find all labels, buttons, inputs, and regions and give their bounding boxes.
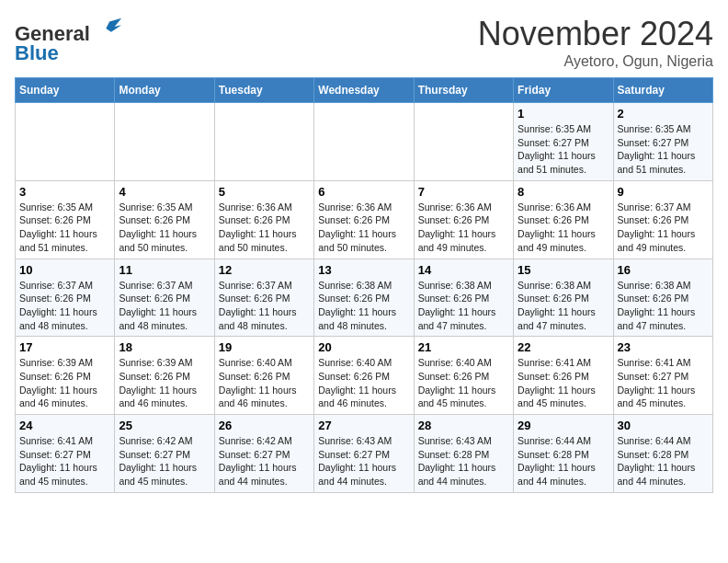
day-info: Sunrise: 6:38 AM Sunset: 6:26 PM Dayligh… bbox=[618, 279, 709, 333]
calendar-cell bbox=[314, 103, 414, 181]
day-number: 27 bbox=[318, 419, 409, 432]
calendar-cell: 3Sunrise: 6:35 AM Sunset: 6:26 PM Daylig… bbox=[16, 180, 115, 259]
day-info: Sunrise: 6:44 AM Sunset: 6:28 PM Dayligh… bbox=[518, 434, 609, 488]
calendar-cell: 6Sunrise: 6:36 AM Sunset: 6:26 PM Daylig… bbox=[314, 180, 414, 259]
calendar-cell: 29Sunrise: 6:44 AM Sunset: 6:28 PM Dayli… bbox=[514, 415, 613, 493]
day-info: Sunrise: 6:35 AM Sunset: 6:27 PM Dayligh… bbox=[518, 122, 609, 177]
day-info: Sunrise: 6:35 AM Sunset: 6:26 PM Dayligh… bbox=[19, 201, 110, 255]
day-number: 7 bbox=[418, 185, 509, 199]
day-number: 6 bbox=[318, 185, 409, 199]
day-number: 28 bbox=[418, 419, 509, 432]
calendar-cell: 27Sunrise: 6:43 AM Sunset: 6:27 PM Dayli… bbox=[314, 415, 414, 493]
day-number: 11 bbox=[119, 263, 210, 277]
day-info: Sunrise: 6:39 AM Sunset: 6:26 PM Dayligh… bbox=[119, 356, 210, 410]
calendar-week-row: 10Sunrise: 6:37 AM Sunset: 6:26 PM Dayli… bbox=[16, 259, 713, 337]
day-info: Sunrise: 6:37 AM Sunset: 6:26 PM Dayligh… bbox=[19, 279, 110, 333]
day-number: 17 bbox=[19, 340, 110, 354]
calendar-week-row: 1Sunrise: 6:35 AM Sunset: 6:27 PM Daylig… bbox=[16, 103, 713, 181]
calendar-cell: 19Sunrise: 6:40 AM Sunset: 6:26 PM Dayli… bbox=[214, 337, 313, 415]
day-info: Sunrise: 6:41 AM Sunset: 6:26 PM Dayligh… bbox=[518, 356, 609, 410]
calendar-cell: 9Sunrise: 6:37 AM Sunset: 6:26 PM Daylig… bbox=[613, 180, 712, 259]
day-info: Sunrise: 6:37 AM Sunset: 6:26 PM Dayligh… bbox=[119, 279, 210, 333]
calendar-cell: 22Sunrise: 6:41 AM Sunset: 6:26 PM Dayli… bbox=[514, 337, 613, 415]
day-info: Sunrise: 6:35 AM Sunset: 6:26 PM Dayligh… bbox=[119, 201, 210, 255]
day-number: 24 bbox=[19, 419, 110, 432]
day-number: 4 bbox=[119, 185, 210, 199]
day-info: Sunrise: 6:35 AM Sunset: 6:27 PM Dayligh… bbox=[618, 122, 709, 177]
calendar-cell: 10Sunrise: 6:37 AM Sunset: 6:26 PM Dayli… bbox=[16, 259, 115, 337]
day-info: Sunrise: 6:36 AM Sunset: 6:26 PM Dayligh… bbox=[418, 201, 509, 255]
day-number: 9 bbox=[618, 185, 709, 199]
day-info: Sunrise: 6:37 AM Sunset: 6:26 PM Dayligh… bbox=[219, 279, 310, 333]
weekday-header: Monday bbox=[115, 78, 214, 103]
calendar-cell bbox=[115, 103, 214, 181]
calendar-cell: 23Sunrise: 6:41 AM Sunset: 6:27 PM Dayli… bbox=[613, 337, 712, 415]
weekday-header: Tuesday bbox=[214, 78, 313, 103]
svg-marker-0 bbox=[106, 18, 121, 32]
calendar-cell: 30Sunrise: 6:44 AM Sunset: 6:28 PM Dayli… bbox=[613, 415, 712, 493]
calendar-table: SundayMondayTuesdayWednesdayThursdayFrid… bbox=[15, 77, 713, 493]
day-number: 12 bbox=[219, 263, 310, 277]
calendar-cell: 16Sunrise: 6:38 AM Sunset: 6:26 PM Dayli… bbox=[613, 259, 712, 337]
day-info: Sunrise: 6:43 AM Sunset: 6:28 PM Dayligh… bbox=[418, 434, 509, 488]
day-number: 23 bbox=[618, 340, 709, 354]
day-number: 26 bbox=[219, 419, 310, 432]
day-info: Sunrise: 6:39 AM Sunset: 6:26 PM Dayligh… bbox=[19, 356, 110, 410]
day-info: Sunrise: 6:44 AM Sunset: 6:28 PM Dayligh… bbox=[618, 434, 709, 488]
day-info: Sunrise: 6:38 AM Sunset: 6:26 PM Dayligh… bbox=[418, 279, 509, 333]
day-info: Sunrise: 6:36 AM Sunset: 6:26 PM Dayligh… bbox=[518, 201, 609, 255]
day-number: 29 bbox=[518, 419, 609, 432]
calendar-cell bbox=[16, 103, 115, 181]
calendar-cell: 15Sunrise: 6:38 AM Sunset: 6:26 PM Dayli… bbox=[514, 259, 613, 337]
day-info: Sunrise: 6:38 AM Sunset: 6:26 PM Dayligh… bbox=[318, 279, 409, 333]
weekday-header: Wednesday bbox=[314, 78, 414, 103]
calendar-cell: 26Sunrise: 6:42 AM Sunset: 6:27 PM Dayli… bbox=[214, 415, 313, 493]
day-info: Sunrise: 6:36 AM Sunset: 6:26 PM Dayligh… bbox=[219, 201, 310, 255]
day-number: 20 bbox=[318, 340, 409, 354]
calendar-cell: 7Sunrise: 6:36 AM Sunset: 6:26 PM Daylig… bbox=[414, 180, 513, 259]
calendar-cell: 28Sunrise: 6:43 AM Sunset: 6:28 PM Dayli… bbox=[414, 415, 513, 493]
calendar-cell: 21Sunrise: 6:40 AM Sunset: 6:26 PM Dayli… bbox=[414, 337, 513, 415]
day-number: 14 bbox=[418, 263, 509, 277]
day-info: Sunrise: 6:40 AM Sunset: 6:26 PM Dayligh… bbox=[318, 356, 409, 410]
logo: General Blue bbox=[15, 15, 123, 65]
calendar-cell bbox=[414, 103, 513, 181]
day-info: Sunrise: 6:42 AM Sunset: 6:27 PM Dayligh… bbox=[119, 434, 210, 488]
day-number: 3 bbox=[19, 185, 110, 199]
calendar-week-row: 24Sunrise: 6:41 AM Sunset: 6:27 PM Dayli… bbox=[16, 415, 713, 493]
calendar-cell: 18Sunrise: 6:39 AM Sunset: 6:26 PM Dayli… bbox=[115, 337, 214, 415]
day-number: 2 bbox=[618, 107, 709, 121]
day-number: 22 bbox=[518, 340, 609, 354]
calendar-cell: 24Sunrise: 6:41 AM Sunset: 6:27 PM Dayli… bbox=[16, 415, 115, 493]
page-header: General Blue November 2024 Ayetoro, Ogun… bbox=[15, 15, 713, 70]
day-number: 19 bbox=[219, 340, 310, 354]
month-title: November 2024 bbox=[478, 15, 713, 53]
day-number: 18 bbox=[119, 340, 210, 354]
calendar-cell: 12Sunrise: 6:37 AM Sunset: 6:26 PM Dayli… bbox=[214, 259, 313, 337]
day-number: 16 bbox=[618, 263, 709, 277]
day-info: Sunrise: 6:41 AM Sunset: 6:27 PM Dayligh… bbox=[19, 434, 110, 488]
day-number: 15 bbox=[518, 263, 609, 277]
calendar-cell: 20Sunrise: 6:40 AM Sunset: 6:26 PM Dayli… bbox=[314, 337, 414, 415]
calendar-cell: 4Sunrise: 6:35 AM Sunset: 6:26 PM Daylig… bbox=[115, 180, 214, 259]
calendar-cell: 2Sunrise: 6:35 AM Sunset: 6:27 PM Daylig… bbox=[613, 103, 712, 181]
calendar-cell: 25Sunrise: 6:42 AM Sunset: 6:27 PM Dayli… bbox=[115, 415, 214, 493]
calendar-cell: 5Sunrise: 6:36 AM Sunset: 6:26 PM Daylig… bbox=[214, 180, 313, 259]
day-number: 25 bbox=[119, 419, 210, 432]
calendar-cell: 8Sunrise: 6:36 AM Sunset: 6:26 PM Daylig… bbox=[514, 180, 613, 259]
day-number: 30 bbox=[618, 419, 709, 432]
day-info: Sunrise: 6:42 AM Sunset: 6:27 PM Dayligh… bbox=[219, 434, 310, 488]
weekday-header: Saturday bbox=[613, 78, 712, 103]
day-number: 13 bbox=[318, 263, 409, 277]
day-number: 10 bbox=[19, 263, 110, 277]
day-number: 5 bbox=[219, 185, 310, 199]
day-info: Sunrise: 6:40 AM Sunset: 6:26 PM Dayligh… bbox=[219, 356, 310, 410]
weekday-header: Sunday bbox=[16, 78, 115, 103]
day-number: 8 bbox=[518, 185, 609, 199]
weekday-header-row: SundayMondayTuesdayWednesdayThursdayFrid… bbox=[16, 78, 713, 103]
calendar-cell: 11Sunrise: 6:37 AM Sunset: 6:26 PM Dayli… bbox=[115, 259, 214, 337]
day-info: Sunrise: 6:37 AM Sunset: 6:26 PM Dayligh… bbox=[618, 201, 709, 255]
title-block: November 2024 Ayetoro, Ogun, Nigeria bbox=[478, 15, 713, 70]
day-info: Sunrise: 6:41 AM Sunset: 6:27 PM Dayligh… bbox=[618, 356, 709, 410]
calendar-cell bbox=[214, 103, 313, 181]
